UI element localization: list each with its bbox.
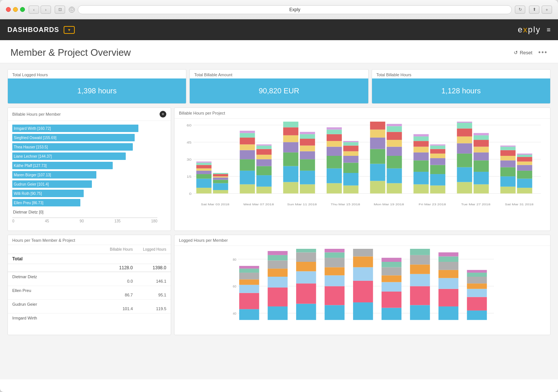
svg-text:Sat Mar 03 2018: Sat Mar 03 2018 — [201, 203, 230, 206]
hbar-row-4: Käthe Pfaff [127.73] — [12, 162, 166, 169]
nav-title: DASHBOARDS — [7, 26, 59, 34]
svg-text:45: 45 — [187, 141, 192, 144]
svg-rect-96 — [414, 172, 429, 184]
svg-rect-209 — [467, 297, 487, 311]
svg-rect-102 — [414, 134, 429, 136]
hours-table-card: Hours per Team Member & Project Billable… — [7, 235, 171, 335]
reset-button[interactable]: ↺ Reset — [514, 50, 532, 55]
svg-rect-202 — [439, 289, 459, 306]
svg-rect-81 — [370, 138, 385, 149]
svg-rect-49 — [283, 127, 298, 135]
stacked-bar-chart-logged: 406080 — [174, 246, 550, 335]
hamburger-menu[interactable]: ≡ — [546, 26, 551, 34]
svg-text:60: 60 — [233, 285, 237, 288]
svg-rect-183 — [353, 256, 373, 267]
svg-rect-194 — [410, 305, 430, 320]
svg-rect-86 — [387, 183, 402, 194]
maximize-button[interactable] — [20, 7, 25, 12]
svg-rect-46 — [283, 152, 298, 166]
svg-rect-63 — [327, 156, 342, 168]
svg-rect-82 — [370, 129, 385, 137]
svg-rect-27 — [240, 184, 255, 194]
kpi-total-logged-hours: Total Logged Hours 1,398 hours — [7, 69, 186, 104]
svg-rect-214 — [467, 270, 487, 273]
svg-rect-167 — [296, 283, 316, 304]
svg-rect-61 — [327, 183, 342, 194]
address-bar[interactable]: Exply — [78, 5, 512, 14]
reader-button[interactable]: ⊡ — [55, 6, 65, 14]
member-billable-0: 0.0 — [99, 279, 133, 283]
hbar-chart: Irmgard Wirth [160.72] Siegfried Oswald … — [8, 121, 171, 231]
info-button[interactable]: ⓘ — [69, 7, 75, 13]
chart-header-project: Billable Hours per Project — [174, 108, 550, 119]
table-col-headers: Billable Hours Logged Hours — [8, 245, 171, 254]
total-logged-val: 1398.0 — [133, 265, 166, 270]
svg-text:0: 0 — [189, 192, 192, 196]
reload-button[interactable]: ↻ — [515, 6, 525, 14]
svg-rect-187 — [382, 308, 402, 320]
svg-rect-66 — [327, 134, 342, 141]
svg-rect-133 — [500, 156, 516, 160]
svg-rect-103 — [430, 186, 445, 193]
svg-rect-106 — [430, 158, 445, 165]
table-member-2: Gudrun Geier 101.4 119.5 — [8, 299, 171, 313]
svg-rect-166 — [296, 304, 316, 320]
svg-rect-174 — [325, 286, 345, 305]
svg-rect-59 — [300, 132, 315, 134]
svg-rect-40 — [256, 149, 272, 155]
share-icon[interactable]: ⬆ — [529, 6, 539, 14]
dashboard-dropdown[interactable]: ▼ — [64, 26, 75, 34]
table-member-3: Irmgard Wirth — [8, 313, 171, 322]
svg-rect-58 — [300, 134, 315, 139]
svg-rect-107 — [430, 154, 445, 158]
svg-rect-176 — [325, 267, 345, 276]
svg-rect-161 — [268, 277, 288, 287]
hbar-label-0: Irmgard Wirth [160.72] — [14, 126, 51, 131]
svg-rect-17 — [196, 161, 212, 163]
svg-rect-54 — [300, 159, 315, 171]
svg-rect-68 — [327, 127, 342, 129]
hbar-row-3: Liane Lechner [144.37] — [12, 152, 166, 160]
svg-rect-198 — [410, 255, 430, 264]
reset-label: Reset — [520, 50, 532, 55]
hbar-row-2: Thea Hauser [153.5] — [12, 143, 166, 151]
svg-rect-37 — [256, 166, 272, 176]
svg-rect-109 — [430, 145, 445, 149]
back-button[interactable]: ‹ — [29, 6, 39, 14]
close-button[interactable] — [6, 7, 11, 12]
svg-rect-137 — [517, 188, 532, 193]
svg-rect-132 — [500, 160, 516, 167]
svg-rect-160 — [268, 287, 288, 306]
hbar-row-8: Ellen Preu [86.73] — [12, 199, 166, 206]
more-options-button[interactable]: ••• — [538, 49, 548, 57]
reset-icon: ↺ — [514, 50, 518, 55]
svg-rect-31 — [240, 144, 255, 150]
hbar-label-2: Thea Hauser [153.5] — [14, 145, 48, 149]
svg-rect-127 — [474, 133, 489, 135]
svg-text:60: 60 — [187, 124, 192, 127]
svg-rect-33 — [240, 133, 255, 138]
axis-label: 180 — [151, 219, 157, 223]
svg-rect-108 — [430, 149, 445, 154]
charts-row: Billable Hours per Member + Irmgard Wirt… — [7, 107, 551, 231]
add-chart-button[interactable]: + — [160, 111, 166, 118]
add-tab-icon[interactable]: + — [542, 6, 552, 14]
col-billable-header: Billable Hours — [99, 247, 133, 251]
svg-rect-104 — [430, 174, 445, 186]
svg-rect-199 — [410, 249, 430, 255]
forward-button[interactable]: › — [41, 6, 51, 14]
svg-rect-45 — [283, 166, 298, 182]
svg-rect-91 — [387, 132, 402, 140]
svg-rect-41 — [256, 145, 272, 149]
member-vals-0: 0.0 146.1 — [8, 279, 171, 286]
svg-rect-28 — [240, 171, 255, 184]
hbar-row-9: Dietmar Dietz [0] — [12, 208, 166, 216]
minimize-button[interactable] — [13, 7, 18, 12]
svg-rect-20 — [213, 180, 228, 183]
svg-rect-153 — [239, 293, 259, 309]
member-billable-1: 86.7 — [99, 293, 133, 297]
kpi-label-2: Total Billable Hours — [372, 70, 550, 78]
svg-rect-29 — [240, 159, 255, 171]
svg-rect-22 — [213, 176, 228, 177]
svg-rect-119 — [457, 122, 472, 123]
